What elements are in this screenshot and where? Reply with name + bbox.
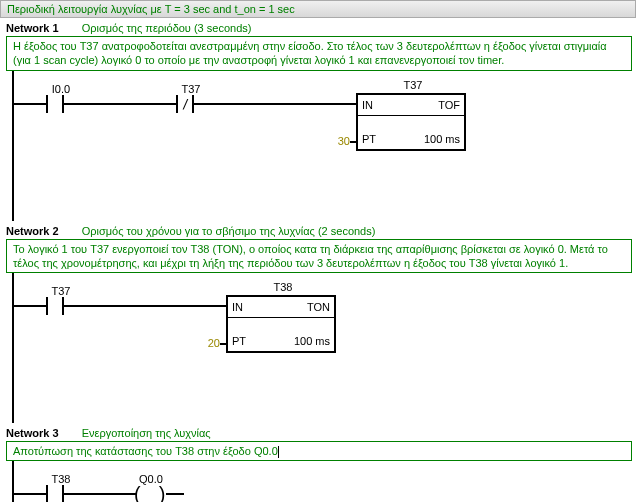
- wire: [64, 493, 136, 495]
- network-title: Ενεργοποίηση της λυχνίας: [82, 427, 211, 439]
- network-comment[interactable]: Αποτύπωση της κατάστασης του T38 στην έξ…: [6, 441, 632, 461]
- contact-label: I0.0: [36, 83, 86, 95]
- timer-separator: [358, 115, 464, 116]
- timer-type: TOF: [438, 99, 460, 111]
- network-label: Network 3: [6, 427, 59, 439]
- network-title: Ορισμός του χρόνου για το σβήσιμο της λυ…: [82, 225, 376, 237]
- program-title: Περιοδική λειτουργία λυχνίας με T = 3 se…: [7, 3, 295, 15]
- timer-block[interactable]: T37 IN TOF PT 100 ms: [356, 93, 466, 151]
- network-header: Network 2 Ορισμός του χρόνου για το σβήσ…: [0, 221, 636, 239]
- timer-name: T38: [228, 281, 338, 293]
- network-label: Network 1: [6, 22, 59, 34]
- timer-type: TON: [307, 301, 330, 313]
- left-rail: [12, 273, 14, 423]
- wire: [14, 103, 46, 105]
- network-label: Network 2: [6, 225, 59, 237]
- network-comment[interactable]: Η έξοδος του T37 ανατροφοδοτείται ανεστρ…: [6, 36, 632, 71]
- ladder-rung: T38 Q0.0 (): [6, 461, 636, 502]
- contact-nc[interactable]: /: [176, 95, 194, 113]
- ladder-rung: I0.0 T37 / T37 IN TOF PT 100 ms 30: [6, 71, 636, 221]
- wire: [350, 141, 356, 143]
- timer-block[interactable]: T38 IN TON PT 100 ms: [226, 295, 336, 353]
- network-header: Network 3 Ενεργοποίηση της λυχνίας: [0, 423, 636, 441]
- timer-timebase: 100 ms: [294, 335, 330, 347]
- timer-separator: [228, 317, 334, 318]
- wire: [166, 493, 184, 495]
- network-comment[interactable]: Το λογικό 1 του T37 ενεργοποιεί τον T38 …: [6, 239, 632, 274]
- contact-no[interactable]: [46, 95, 64, 113]
- timer-preset: 20: [190, 337, 220, 349]
- timer-timebase: 100 ms: [424, 133, 460, 145]
- left-rail: [12, 461, 14, 502]
- wire: [194, 103, 356, 105]
- contact-label: T37: [36, 285, 86, 297]
- network-header: Network 1 Ορισμός της περιόδου (3 second…: [0, 18, 636, 36]
- timer-in-label: IN: [362, 99, 373, 111]
- program-title-bar: Περιοδική λειτουργία λυχνίας με T = 3 se…: [0, 0, 636, 18]
- timer-pt-label: PT: [232, 335, 246, 347]
- network-title: Ορισμός της περιόδου (3 seconds): [82, 22, 252, 34]
- wire: [14, 493, 46, 495]
- wire: [64, 103, 176, 105]
- contact-label: T38: [36, 473, 86, 485]
- timer-pt-label: PT: [362, 133, 376, 145]
- wire: [14, 305, 46, 307]
- contact-no[interactable]: [46, 485, 64, 502]
- contact-label: T37: [166, 83, 216, 95]
- left-rail: [12, 71, 14, 221]
- ladder-rung: T37 T38 IN TON PT 100 ms 20: [6, 273, 636, 423]
- timer-preset: 30: [320, 135, 350, 147]
- timer-name: T37: [358, 79, 468, 91]
- comment-text: Αποτύπωση της κατάστασης του T38 στην έξ…: [13, 445, 278, 457]
- text-cursor: [278, 446, 279, 458]
- wire: [220, 343, 226, 345]
- wire: [64, 305, 226, 307]
- contact-no[interactable]: [46, 297, 64, 315]
- timer-in-label: IN: [232, 301, 243, 313]
